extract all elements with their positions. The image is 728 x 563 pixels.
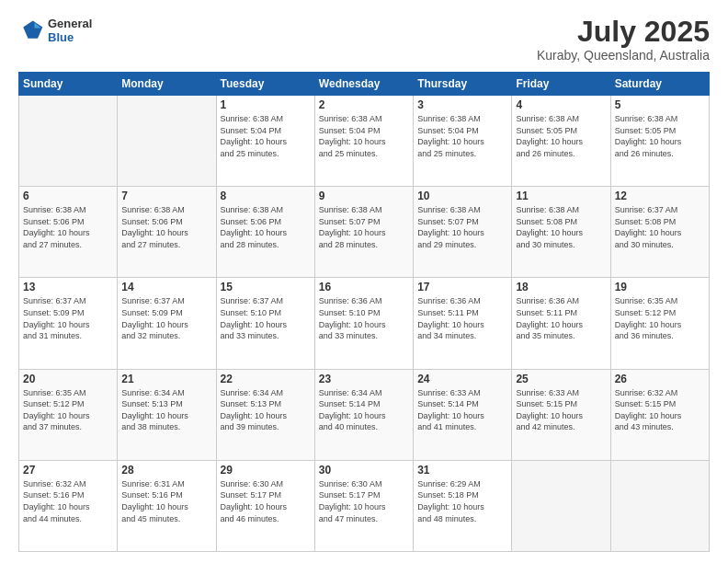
day-number: 13 (23, 281, 113, 293)
table-row: 18Sunrise: 6:36 AMSunset: 5:11 PMDayligh… (512, 278, 610, 369)
day-number: 8 (221, 190, 311, 202)
day-info: Sunrise: 6:38 AMSunset: 5:05 PMDaylight:… (615, 113, 705, 159)
table-row: 8Sunrise: 6:38 AMSunset: 5:06 PMDaylight… (216, 187, 314, 278)
day-info: Sunrise: 6:38 AMSunset: 5:08 PMDaylight:… (516, 204, 606, 250)
day-number: 17 (417, 281, 507, 293)
day-number: 16 (319, 281, 409, 293)
col-tuesday: Tuesday (216, 73, 314, 96)
day-number: 27 (23, 464, 113, 477)
table-row: 29Sunrise: 6:30 AMSunset: 5:17 PMDayligh… (216, 460, 314, 551)
day-number: 10 (417, 190, 507, 202)
calendar-week-row: 20Sunrise: 6:35 AMSunset: 5:12 PMDayligh… (19, 369, 710, 460)
day-info: Sunrise: 6:38 AMSunset: 5:06 PMDaylight:… (221, 204, 311, 250)
table-row (19, 96, 118, 187)
table-row: 31Sunrise: 6:29 AMSunset: 5:18 PMDayligh… (414, 460, 512, 551)
day-info: Sunrise: 6:30 AMSunset: 5:17 PMDaylight:… (221, 478, 311, 524)
day-number: 25 (516, 373, 606, 385)
day-info: Sunrise: 6:31 AMSunset: 5:16 PMDaylight:… (121, 478, 211, 524)
table-row: 10Sunrise: 6:38 AMSunset: 5:07 PMDayligh… (414, 187, 512, 278)
day-number: 12 (615, 190, 705, 202)
table-row: 15Sunrise: 6:37 AMSunset: 5:10 PMDayligh… (216, 278, 314, 369)
day-info: Sunrise: 6:38 AMSunset: 5:04 PMDaylight:… (319, 113, 409, 159)
logo-text: General Blue (48, 17, 92, 44)
table-row: 17Sunrise: 6:36 AMSunset: 5:11 PMDayligh… (414, 278, 512, 369)
table-row: 26Sunrise: 6:32 AMSunset: 5:15 PMDayligh… (610, 369, 709, 460)
calendar-week-row: 1Sunrise: 6:38 AMSunset: 5:04 PMDaylight… (19, 96, 710, 187)
col-wednesday: Wednesday (314, 73, 413, 96)
day-number: 9 (319, 190, 409, 202)
day-number: 1 (221, 98, 311, 111)
day-number: 6 (23, 190, 113, 202)
day-info: Sunrise: 6:35 AMSunset: 5:12 PMDaylight:… (615, 295, 705, 341)
table-row: 1Sunrise: 6:38 AMSunset: 5:04 PMDaylight… (216, 96, 314, 187)
table-row: 30Sunrise: 6:30 AMSunset: 5:17 PMDayligh… (314, 460, 413, 551)
table-row: 4Sunrise: 6:38 AMSunset: 5:05 PMDaylight… (512, 96, 610, 187)
table-row: 11Sunrise: 6:38 AMSunset: 5:08 PMDayligh… (512, 187, 610, 278)
day-info: Sunrise: 6:38 AMSunset: 5:06 PMDaylight:… (121, 204, 211, 250)
table-row: 7Sunrise: 6:38 AMSunset: 5:06 PMDaylight… (118, 187, 216, 278)
table-row (610, 460, 709, 551)
day-info: Sunrise: 6:30 AMSunset: 5:17 PMDaylight:… (319, 478, 409, 524)
day-number: 20 (23, 373, 113, 385)
table-row: 9Sunrise: 6:38 AMSunset: 5:07 PMDaylight… (314, 187, 413, 278)
logo: General Blue (18, 17, 92, 44)
table-row (512, 460, 610, 551)
day-number: 14 (121, 281, 211, 293)
day-info: Sunrise: 6:38 AMSunset: 5:04 PMDaylight:… (417, 113, 507, 159)
calendar-week-row: 27Sunrise: 6:32 AMSunset: 5:16 PMDayligh… (19, 460, 710, 551)
day-number: 30 (319, 464, 409, 477)
day-info: Sunrise: 6:38 AMSunset: 5:04 PMDaylight:… (221, 113, 311, 159)
table-row: 27Sunrise: 6:32 AMSunset: 5:16 PMDayligh… (19, 460, 118, 551)
day-info: Sunrise: 6:34 AMSunset: 5:14 PMDaylight:… (319, 387, 409, 433)
day-info: Sunrise: 6:32 AMSunset: 5:15 PMDaylight:… (615, 387, 705, 433)
day-number: 22 (221, 373, 311, 385)
day-number: 2 (319, 98, 409, 111)
svg-marker-0 (23, 21, 42, 39)
day-info: Sunrise: 6:35 AMSunset: 5:12 PMDaylight:… (23, 387, 113, 433)
calendar-week-row: 6Sunrise: 6:38 AMSunset: 5:06 PMDaylight… (19, 187, 710, 278)
day-info: Sunrise: 6:33 AMSunset: 5:15 PMDaylight:… (516, 387, 606, 433)
day-info: Sunrise: 6:38 AMSunset: 5:07 PMDaylight:… (319, 204, 409, 250)
table-row: 3Sunrise: 6:38 AMSunset: 5:04 PMDaylight… (414, 96, 512, 187)
day-info: Sunrise: 6:37 AMSunset: 5:09 PMDaylight:… (23, 295, 113, 341)
calendar-week-row: 13Sunrise: 6:37 AMSunset: 5:09 PMDayligh… (19, 278, 710, 369)
header: General Blue July 2025 Kuraby, Queenslan… (18, 17, 710, 63)
table-row: 28Sunrise: 6:31 AMSunset: 5:16 PMDayligh… (118, 460, 216, 551)
day-number: 21 (121, 373, 211, 385)
day-number: 19 (615, 281, 705, 293)
day-info: Sunrise: 6:34 AMSunset: 5:13 PMDaylight:… (121, 387, 211, 433)
day-number: 26 (615, 373, 705, 385)
month-title: July 2025 (537, 17, 710, 46)
table-row: 21Sunrise: 6:34 AMSunset: 5:13 PMDayligh… (118, 369, 216, 460)
col-thursday: Thursday (414, 73, 512, 96)
table-row (118, 96, 216, 187)
table-row: 5Sunrise: 6:38 AMSunset: 5:05 PMDaylight… (610, 96, 709, 187)
day-info: Sunrise: 6:37 AMSunset: 5:08 PMDaylight:… (615, 204, 705, 250)
logo-icon (18, 17, 44, 43)
calendar-table: Sunday Monday Tuesday Wednesday Thursday… (18, 72, 710, 552)
day-number: 28 (121, 464, 211, 477)
page: General Blue July 2025 Kuraby, Queenslan… (0, 0, 728, 563)
table-row: 6Sunrise: 6:38 AMSunset: 5:06 PMDaylight… (19, 187, 118, 278)
day-number: 7 (121, 190, 211, 202)
calendar-header-row: Sunday Monday Tuesday Wednesday Thursday… (19, 73, 710, 96)
table-row: 13Sunrise: 6:37 AMSunset: 5:09 PMDayligh… (19, 278, 118, 369)
day-info: Sunrise: 6:36 AMSunset: 5:11 PMDaylight:… (417, 295, 507, 341)
day-number: 5 (615, 98, 705, 111)
day-number: 29 (221, 464, 311, 477)
table-row: 23Sunrise: 6:34 AMSunset: 5:14 PMDayligh… (314, 369, 413, 460)
day-info: Sunrise: 6:38 AMSunset: 5:06 PMDaylight:… (23, 204, 113, 250)
day-number: 31 (417, 464, 507, 477)
day-number: 24 (417, 373, 507, 385)
day-info: Sunrise: 6:29 AMSunset: 5:18 PMDaylight:… (417, 478, 507, 524)
day-number: 4 (516, 98, 606, 111)
day-number: 11 (516, 190, 606, 202)
day-info: Sunrise: 6:37 AMSunset: 5:10 PMDaylight:… (221, 295, 311, 341)
day-info: Sunrise: 6:36 AMSunset: 5:10 PMDaylight:… (319, 295, 409, 341)
day-info: Sunrise: 6:36 AMSunset: 5:11 PMDaylight:… (516, 295, 606, 341)
table-row: 25Sunrise: 6:33 AMSunset: 5:15 PMDayligh… (512, 369, 610, 460)
table-row: 22Sunrise: 6:34 AMSunset: 5:13 PMDayligh… (216, 369, 314, 460)
day-number: 23 (319, 373, 409, 385)
title-area: July 2025 Kuraby, Queensland, Australia (537, 17, 710, 63)
day-info: Sunrise: 6:38 AMSunset: 5:07 PMDaylight:… (417, 204, 507, 250)
